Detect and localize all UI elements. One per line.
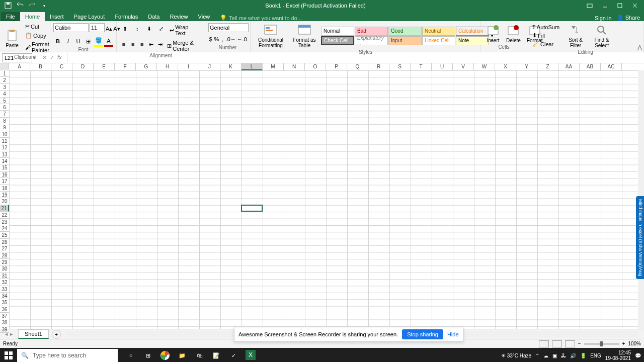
spreadsheet-grid[interactable]: ABCDEFGHIJKLMNOPQRSTUVWXYZAAABAC 1234567… [0,63,644,329]
signin-link[interactable]: Sign in [595,15,612,21]
row-header-22[interactable]: 22 [0,212,9,218]
row-header-20[interactable]: 20 [0,198,9,205]
select-all-corner[interactable] [0,63,9,70]
orientation-icon[interactable]: ⤢ [155,23,167,34]
cortana-icon[interactable]: ○ [123,348,139,362]
row-header-27[interactable]: 27 [0,245,9,252]
row-header-2[interactable]: 2 [0,77,9,83]
tab-view[interactable]: View [193,12,215,21]
excel-task-icon[interactable]: X [243,348,259,362]
normal-view-icon[interactable] [539,340,549,347]
delete-cells-button[interactable]: Delete [504,23,523,44]
align-center-icon[interactable]: ≡ [129,39,137,50]
row-header-4[interactable]: 4 [0,90,9,97]
tray-lang[interactable]: ENG [590,353,601,358]
row-header-29[interactable]: 29 [0,259,9,265]
row-header-9[interactable]: 9 [0,124,9,131]
row-header-15[interactable]: 15 [0,164,9,171]
wrap-text-button[interactable]: ↩ Wrap Text [168,23,202,37]
bold-icon[interactable]: B [53,36,62,47]
row-header-24[interactable]: 24 [0,225,9,232]
taskbar-search[interactable]: 🔍 Type here to search [17,349,118,362]
row-header-1[interactable]: 1 [0,70,9,77]
row-header-34[interactable]: 34 [0,293,9,299]
row-header-23[interactable]: 23 [0,219,9,225]
tab-file[interactable]: File [1,12,20,21]
row-header-19[interactable]: 19 [0,192,9,198]
currency-icon[interactable]: $ [208,34,213,45]
tray-clock[interactable]: 12:45 19-08-2021 [605,350,631,361]
notifications-icon[interactable]: 💬 [635,353,641,358]
tab-data[interactable]: Data [143,12,165,21]
fill-button[interactable]: ⬇ Fill [530,31,561,40]
align-middle-icon[interactable]: ↕ [132,23,143,34]
style-explanatory[interactable]: Explanatory ... [355,36,388,45]
decrease-decimal-icon[interactable]: ←.0 [237,34,247,45]
indent-dec-icon[interactable]: ⇤ [147,39,155,50]
row-header-32[interactable]: 32 [0,279,9,286]
number-format-select[interactable] [208,23,249,32]
row-header-31[interactable]: 31 [0,273,9,279]
start-button[interactable] [0,348,17,362]
row-header-38[interactable]: 38 [0,319,9,326]
row-header-14[interactable]: 14 [0,158,9,164]
qat-customize-icon[interactable]: ▾ [40,2,48,10]
row-header-25[interactable]: 25 [0,232,9,238]
italic-icon[interactable]: I [63,36,72,47]
row-header-37[interactable]: 37 [0,313,9,319]
comma-icon[interactable]: , [220,34,224,45]
row-header-12[interactable]: 12 [0,144,9,151]
row-header-35[interactable]: 35 [0,299,9,306]
tray-onedrive-icon[interactable]: ☁ [543,353,548,358]
sort-filter-button[interactable]: Sort & Filter [564,22,588,49]
security-icon[interactable]: ✓ [225,348,242,362]
format-painter-button[interactable]: 🖌 Format Painter [23,40,51,54]
store-icon[interactable]: 🛍 [191,348,207,362]
row-header-36[interactable]: 36 [0,306,9,313]
redo-icon[interactable] [28,2,36,10]
merge-button[interactable]: ⊞ Merge & Center [165,39,202,53]
row-header-13[interactable]: 13 [0,151,9,158]
find-select-button[interactable]: Find & Select [590,22,614,49]
tell-me-search[interactable]: 💡 Tell me what you want to do... [215,15,302,21]
tray-network-icon[interactable]: 🖧 [561,353,566,358]
save-icon[interactable] [4,2,12,10]
tray-volume-icon[interactable]: 🔊 [570,353,576,358]
tab-formulas[interactable]: Formulas [110,12,143,21]
increase-size-icon[interactable]: A▴ [106,23,112,34]
autosum-button[interactable]: Σ AutoSum [530,23,561,31]
undo-icon[interactable] [16,2,24,10]
style-neutral[interactable]: Neutral [422,27,455,36]
row-header-3[interactable]: 3 [0,84,9,90]
format-table-button[interactable]: Format as Table [290,22,319,49]
page-layout-view-icon[interactable] [552,340,562,347]
copy-button[interactable]: 📋 Copy [23,31,51,40]
style-good[interactable]: Good [388,27,422,36]
row-header-18[interactable]: 18 [0,185,9,192]
border-icon[interactable]: ⊞ [84,36,93,47]
insert-cells-button[interactable]: Insert [484,23,502,44]
sheet-tab-1[interactable]: Sheet1 [18,329,49,339]
font-name-select[interactable] [53,23,89,32]
increase-decimal-icon[interactable]: .0→ [226,34,236,45]
fx-icon[interactable]: fx [57,54,62,61]
tab-home[interactable]: Home [20,12,45,21]
side-extension-tab[interactable]: Mind maps in excel (Esha Verma)/Aug [636,196,644,279]
row-header-30[interactable]: 30 [0,265,9,272]
row-header-7[interactable]: 7 [0,111,9,117]
style-input[interactable]: Input [388,36,422,45]
row-header-6[interactable]: 6 [0,104,9,111]
sticky-notes-icon[interactable]: 📝 [208,348,224,362]
align-top-icon[interactable]: ⬆ [120,23,131,34]
minimize-icon[interactable] [598,1,612,11]
ribbon-display-icon[interactable] [583,1,597,11]
style-linked-cell[interactable]: Linked Cell [422,36,455,45]
row-header-11[interactable]: 11 [0,138,9,144]
tray-meet-icon[interactable]: ▣ [552,353,557,358]
selected-cell[interactable] [241,205,263,212]
row-header-10[interactable]: 10 [0,131,9,138]
zoom-slider[interactable] [584,343,619,345]
row-header-39[interactable]: 39 [0,326,9,333]
font-color-icon[interactable]: A [104,36,113,47]
row-header-5[interactable]: 5 [0,98,9,104]
